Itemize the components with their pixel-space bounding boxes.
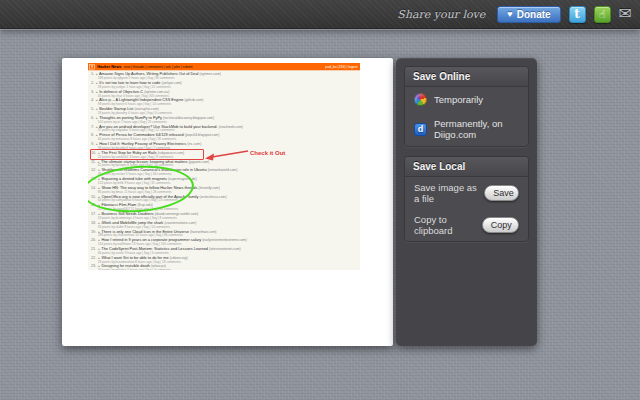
story-meta: 39 points by davidw 6 hours ago | flag |… [91, 147, 360, 150]
story-rank: 15. [91, 194, 96, 198]
copy-clipboard-row: Copy to clipboard Copy [405, 209, 528, 241]
save-panel: Save Online Temporarily d Permanently, o… [396, 58, 537, 346]
story-meta: 29 points by brandnewlow 8 hours ago | f… [91, 260, 360, 263]
hn-story: 22. ▲ What I want Siri to be able to do … [91, 256, 360, 263]
save-temporarily-option[interactable]: Temporarily [405, 87, 528, 112]
captured-page-image: Y Hacker News new | threads | comments |… [88, 63, 360, 270]
save-local-header: Save Local [405, 157, 528, 177]
hn-story: 18. ▲ iWork and MobileMe jump the shark … [91, 221, 360, 228]
story-domain: (earlyretirementextreme.com) [202, 238, 247, 241]
save-permanently-diigo-option[interactable]: d Permanently, on Diigo.com [405, 112, 528, 146]
save-online-header: Save Online [405, 67, 528, 87]
story-domain: (github.com) [185, 98, 204, 101]
donate-button[interactable]: ♥ Donate [497, 6, 560, 23]
twitter-share-button[interactable]: t [569, 6, 586, 23]
copy-clipboard-label: Copy to clipboard [414, 214, 482, 236]
story-meta: 54 points by sathyabhat 6 hours ago | fl… [91, 199, 360, 202]
story-rank: 21. [91, 247, 96, 251]
story-meta: 45 points by chaz 5 hours ago | flag | 6… [91, 94, 360, 97]
save-image-label: Save image as a file [414, 182, 484, 204]
story-rank: 14. [91, 185, 96, 189]
story-domain: (cdixon.org) [170, 256, 188, 259]
hn-story: 7. ▲ Are you an android developer? Use S… [91, 125, 360, 132]
story-domain: (splinter.com.au) [144, 90, 169, 93]
story-rank: 7. [91, 124, 94, 128]
story-meta: 18 points by jdrowley 4 hours ago | flag… [91, 112, 360, 115]
story-rank: 22. [91, 255, 96, 259]
story-meta: 28 points by jseliger 1 hour ago | flag … [91, 85, 360, 88]
hn-story: 23. ▲ Designing for invisible death (who… [91, 265, 360, 270]
story-meta: 22 points by sant0sk1 3 hours ago | flag… [91, 155, 360, 158]
story-meta: 123 points by mhb 9 hours ago | flag | 3… [91, 182, 360, 185]
story-domain: (hanselman.com) [190, 230, 216, 233]
hn-site-title: Hacker News [97, 64, 121, 68]
hn-user-links: pud_bo (233) | logout [325, 65, 358, 68]
save-button[interactable]: Save [484, 185, 519, 201]
twitter-icon: t [574, 7, 580, 21]
hn-story: 1. ▲ Amazon Signs Up Authors, Writing Pu… [91, 72, 360, 79]
story-domain: (popc64.blogspot.com) [185, 133, 220, 136]
story-meta: 188 points by ojbyrne 3 hours ago | flag… [91, 77, 360, 80]
story-meta: 288 points by shanselman 10 hours ago | … [91, 234, 360, 237]
story-meta: 46 points by vivekr 9 hours ago | flag |… [91, 251, 360, 254]
story-domain: (stackmob.com) [219, 125, 243, 128]
story-rank: 23. [91, 264, 96, 268]
story-domain: (startuplist.com) [134, 107, 158, 110]
hn-story: 13. ▲ Repairing a dented tube with magne… [91, 177, 360, 184]
hn-story: 20. ▲ How I retired in 9 years on a corp… [91, 238, 360, 245]
hn-story-list: 1. ▲ Amazon Signs Up Authors, Writing Pu… [88, 70, 360, 270]
copy-button[interactable]: Copy [482, 217, 519, 233]
hn-story: 12. ▲ Shuttleworth reaffirms Canonical's… [91, 168, 360, 175]
topbar: Share your love ♥ Donate t ☝ ✉ [0, 0, 640, 29]
story-meta: 37 points by sidyadav 5 hours ago | flag… [91, 129, 360, 132]
story-meta: 117 points by pavel007 11 hours ago | fl… [91, 208, 360, 211]
hn-story: 6. ▲ Thoughts on porting NumPy to PyPy (… [91, 116, 360, 123]
story-domain: (counternotions.com) [164, 221, 196, 224]
hn-story: 14. ▲ Show HN: The easy way to follow Ha… [91, 186, 360, 193]
story-meta: 58 points by franze 6 hours ago | flag |… [91, 103, 360, 106]
email-share-button[interactable]: ✉ [619, 6, 632, 22]
story-domain: (lhup.edu) [137, 203, 152, 206]
hn-story: 2. ▲ It's not too late to learn how to c… [91, 81, 360, 88]
story-rank: 17. [91, 212, 96, 216]
story-rank: 3. [91, 89, 94, 93]
story-domain: (gigaom.com) [188, 160, 209, 163]
story-domain: (inc.com) [187, 142, 201, 145]
story-rank: 2. [91, 80, 94, 84]
diigo-icon: d [414, 123, 427, 136]
envelope-icon: ✉ [619, 5, 632, 22]
story-domain: (technicaldiscovery.blogspot.com) [163, 116, 214, 119]
thumbs-up-icon: ☝ [599, 8, 606, 21]
story-rank: 19. [91, 229, 96, 233]
hn-story: 8. ▲ Prince of Persia for Commodore 64/1… [91, 133, 360, 140]
story-domain: (nytimes.com) [200, 72, 221, 75]
story-meta: 64 points by mmastrac 8 hours ago | flag… [91, 138, 360, 141]
story-domain: (supermagnete.de) [168, 177, 197, 180]
story-meta: 41 points by bproper 6 hours ago | flag … [91, 164, 360, 167]
story-domain: (hnnotify.com) [198, 186, 219, 189]
story-domain: (davidcummings.tumblr.com) [155, 212, 198, 215]
hn-story: 21. ▲ The CodeSprint Post-Mortem: Statis… [91, 247, 360, 254]
hn-story: 10. ▲ The First Step for Ruby on Rails (… [91, 151, 360, 158]
story-meta: 102 points by ot 7 hours ago | flag | 25… [91, 120, 360, 123]
hn-story: 3. ▲ In defence of Objective-C (splinter… [91, 90, 360, 97]
story-rank: 12. [91, 168, 96, 172]
story-rank: 18. [91, 220, 96, 224]
story-domain: (networkworld.com) [208, 168, 238, 171]
story-rank: 4. [91, 98, 94, 102]
story-rank: 11. [91, 159, 96, 163]
like-button[interactable]: ☝ [594, 6, 611, 23]
hn-nav-links: new | threads | comments | ask | jobs | … [124, 65, 193, 68]
story-rank: 5. [91, 107, 94, 111]
hn-story: 11. ▲ The ultimate startup lesson: knowi… [91, 160, 360, 167]
hn-story: 17. ▲ Business Still Needs Doubters (dav… [91, 212, 360, 219]
story-meta: 86 points by dmac 11 hours ago | flag | … [91, 190, 360, 193]
hn-header-bar: Y Hacker News new | threads | comments |… [88, 63, 360, 70]
story-rank: 6. [91, 115, 94, 119]
story-rank: 8. [91, 133, 94, 137]
story-rank: 13. [91, 177, 96, 181]
save-image-row: Save image as a file Save [405, 177, 528, 209]
heart-icon: ♥ [507, 10, 512, 19]
story-meta: 33 points by ukdm 9 hours ago | flag | 1… [91, 225, 360, 228]
save-local-section: Save Local Save image as a file Save Cop… [404, 156, 529, 242]
